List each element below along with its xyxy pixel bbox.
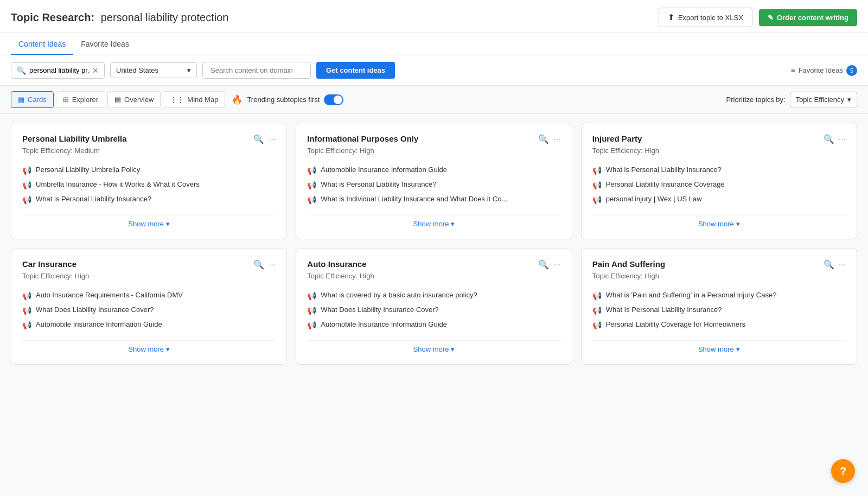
card-search-button[interactable]: 🔍 — [824, 134, 834, 144]
favorite-count-badge: 5 — [846, 65, 857, 76]
card-more-button[interactable]: ··· — [269, 260, 276, 270]
card-more-button[interactable]: ··· — [269, 135, 276, 144]
card-search-button[interactable]: 🔍 — [538, 259, 549, 270]
card-header: Car Insurance 🔍 ··· — [22, 259, 276, 270]
card-search-button[interactable]: 🔍 — [253, 259, 264, 270]
card-efficiency: Topic Efficiency: High — [592, 147, 846, 155]
clear-search-button[interactable]: ✕ — [92, 66, 99, 75]
mindmap-icon: ⋮⋮ — [170, 96, 184, 104]
search-icon: 🔍 — [17, 66, 26, 75]
show-more-section: Show more ▾ — [22, 340, 276, 353]
show-more-section: Show more ▾ — [22, 215, 276, 228]
megaphone-icon: 📢 — [592, 321, 602, 329]
show-more-section: Show more ▾ — [307, 215, 560, 228]
card-title: Personal Liability Umbrella — [22, 134, 253, 143]
tab-favorite-ideas[interactable]: Favorite Ideas — [73, 33, 137, 55]
megaphone-icon: 📢 — [307, 195, 316, 204]
list-item: 📢 personal injury | Wex | US Law — [592, 195, 846, 204]
card-efficiency: Topic Efficiency: High — [307, 147, 560, 155]
view-cards-button[interactable]: ▦ Cards — [11, 91, 54, 108]
get-content-ideas-button[interactable]: Get content ideas — [316, 62, 395, 79]
show-more-section: Show more ▾ — [592, 340, 846, 353]
card-efficiency: Topic Efficiency: Medium — [22, 147, 276, 155]
card-header: Auto Insurance 🔍 ··· — [307, 259, 560, 270]
megaphone-icon: 📢 — [307, 291, 316, 300]
show-more-button[interactable]: Show more ▾ — [698, 220, 740, 228]
card-more-button[interactable]: ··· — [839, 135, 846, 144]
card-items: 📢 What is 'Pain and Suffering' in a Pers… — [592, 291, 846, 329]
card-title: Pain And Suffering — [592, 259, 824, 269]
list-item: 📢 What is Individual Liability Insurance… — [307, 195, 560, 204]
controls-right: ≡ Favorite Ideas 5 — [791, 65, 857, 76]
card-search-button[interactable]: 🔍 — [824, 259, 834, 270]
card-2: Informational Purposes Only 🔍 ··· Topic … — [296, 123, 572, 239]
show-more-button[interactable]: Show more ▾ — [413, 220, 455, 228]
chevron-down-icon: ▾ — [736, 220, 740, 228]
domain-search-input[interactable] — [202, 62, 311, 79]
card-more-button[interactable]: ··· — [553, 135, 560, 144]
controls-row: 🔍 ✕ United States ▾ Get content ideas ≡ … — [0, 55, 868, 86]
megaphone-icon: 📢 — [22, 195, 31, 204]
list-item: 📢 Personal Liability Coverage for Homeow… — [592, 320, 846, 329]
edit-icon: ✎ — [768, 14, 774, 22]
card-actions: 🔍 ··· — [538, 134, 560, 144]
card-search-button[interactable]: 🔍 — [538, 134, 549, 144]
card-4: Car Insurance 🔍 ··· Topic Efficiency: Hi… — [11, 248, 287, 365]
list-item: 📢 Personal Liability Insurance Coverage — [592, 180, 846, 189]
list-item: 📢 Personal Liability Umbrella Policy — [22, 166, 276, 175]
export-button[interactable]: ⬆ Export topic to XLSX — [659, 8, 752, 27]
order-content-button[interactable]: ✎ Order content writing — [759, 9, 857, 26]
megaphone-icon: 📢 — [307, 181, 316, 189]
megaphone-icon: 📢 — [307, 306, 316, 315]
card-header: Personal Liability Umbrella 🔍 ··· — [22, 134, 276, 144]
show-more-button[interactable]: Show more ▾ — [128, 220, 170, 228]
trending-section: 🔥 Trending subtopics first — [232, 94, 343, 105]
megaphone-icon: 📢 — [22, 181, 31, 189]
list-item: 📢 What is Personal Liability Insurance? — [592, 166, 846, 175]
tab-content-ideas[interactable]: Content Ideas — [11, 33, 73, 55]
card-actions: 🔍 ··· — [824, 259, 846, 270]
show-more-section: Show more ▾ — [307, 340, 560, 353]
country-dropdown[interactable]: United States ▾ — [110, 62, 197, 78]
card-3: Injured Party 🔍 ··· Topic Efficiency: Hi… — [581, 123, 857, 239]
list-item: 📢 What is covered by a basic auto insura… — [307, 291, 560, 300]
show-more-button[interactable]: Show more ▾ — [413, 345, 455, 353]
card-more-button[interactable]: ··· — [553, 260, 560, 270]
list-item: 📢 Auto Insurance Requirements - Californ… — [22, 291, 276, 300]
card-search-button[interactable]: 🔍 — [253, 134, 264, 144]
list-item: 📢 What is Personal Liability Insurance? — [22, 195, 276, 204]
topic-search-input[interactable] — [29, 66, 89, 74]
card-header: Pain And Suffering 🔍 ··· — [592, 259, 846, 270]
chevron-down-icon: ▾ — [166, 220, 170, 228]
favorite-ideas-button[interactable]: ≡ Favorite Ideas 5 — [791, 65, 857, 76]
cards-grid: Personal Liability Umbrella 🔍 ··· Topic … — [0, 114, 868, 373]
card-actions: 🔍 ··· — [253, 134, 276, 144]
topic-search-wrapper: 🔍 ✕ — [11, 62, 105, 79]
card-header: Informational Purposes Only 🔍 ··· — [307, 134, 560, 144]
list-item: 📢 Automobile Insurance Information Guide — [307, 320, 560, 329]
list-item: 📢 What Does Liability Insurance Cover? — [307, 306, 560, 315]
card-actions: 🔍 ··· — [253, 259, 276, 270]
card-items: 📢 What is covered by a basic auto insura… — [307, 291, 560, 329]
show-more-button[interactable]: Show more ▾ — [698, 345, 740, 353]
view-controls: ▦ Cards ⊞ Explorer ▤ Overview ⋮⋮ Mind Ma… — [0, 86, 868, 114]
megaphone-icon: 📢 — [592, 306, 602, 315]
view-overview-button[interactable]: ▤ Overview — [107, 91, 161, 108]
tabs: Content Ideas Favorite Ideas — [0, 33, 868, 55]
show-more-button[interactable]: Show more ▾ — [128, 345, 170, 353]
card-title: Auto Insurance — [307, 259, 538, 269]
card-more-button[interactable]: ··· — [839, 260, 846, 270]
view-mindmap-button[interactable]: ⋮⋮ Mind Map — [163, 91, 225, 108]
list-item: 📢 What Does Liability Insurance Cover? — [22, 306, 276, 315]
chevron-down-icon: ▾ — [736, 345, 740, 353]
priority-dropdown[interactable]: Topic Efficiency ▾ — [790, 92, 857, 107]
card-title: Injured Party — [592, 134, 824, 143]
chevron-down-icon: ▾ — [166, 345, 170, 353]
card-5: Auto Insurance 🔍 ··· Topic Efficiency: H… — [296, 248, 572, 365]
chevron-down-icon: ▾ — [451, 220, 455, 228]
explorer-icon: ⊞ — [63, 96, 69, 104]
header-actions: ⬆ Export topic to XLSX ✎ Order content w… — [659, 8, 857, 27]
view-explorer-button[interactable]: ⊞ Explorer — [56, 91, 105, 108]
trending-toggle[interactable] — [324, 94, 343, 105]
show-more-section: Show more ▾ — [592, 215, 846, 228]
